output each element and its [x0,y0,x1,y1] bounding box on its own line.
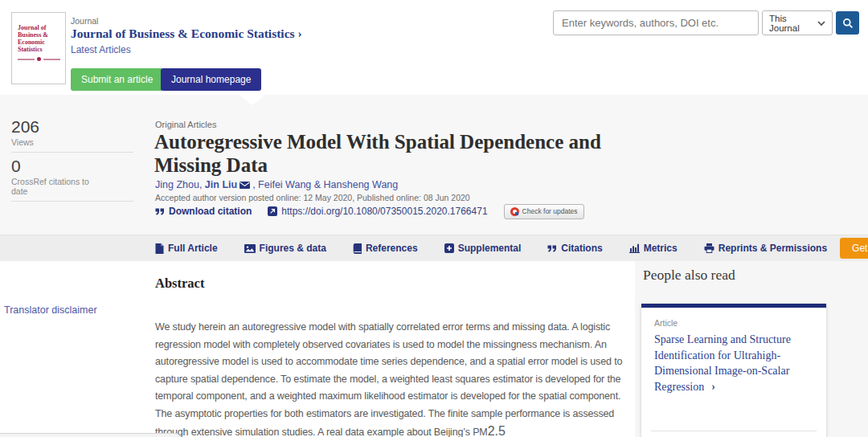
submit-article-button[interactable]: Submit an article [71,68,163,91]
people-also-read-heading: People also read [643,267,735,284]
abstract-heading: Abstract [155,276,204,292]
tab-label: Supplemental [458,243,522,254]
pm-subscript: 2.5 [488,424,506,437]
tab-label: References [366,243,418,254]
email-envelope-icon[interactable] [240,180,250,191]
citation-actions-row: Download citation https://doi.org/10.108… [155,203,584,219]
chevron-right-icon: › [711,381,715,393]
bar-chart-icon [629,243,640,253]
journal-title-text: Journal of Business & Economic Statistic… [71,27,295,40]
quote-icon [155,208,165,215]
tab-label: Citations [561,243,602,254]
abstract-body: We study herein an autoregressive model … [155,321,622,437]
search-scope-dropdown[interactable]: This Journal [762,10,833,35]
recommended-article-card[interactable]: Article Sparse Learning and Structure Id… [641,304,826,437]
recommended-article-category: Article [654,318,813,328]
journal-article-page: Journal of Business & Economic Statistic… [0,0,868,437]
crossref-label: CrossRef citations to date [11,177,101,196]
tab-label: Reprints & Permissions [719,243,827,254]
tab-label: Full Article [168,243,218,254]
download-citation-link[interactable]: Download citation [155,206,252,217]
header-pointer [240,95,265,105]
latest-articles-link[interactable]: Latest Articles [71,44,131,55]
author-link[interactable]: Jing Zhou, [155,179,205,190]
tab-citations[interactable]: Citations [547,243,602,254]
quote-icon [547,245,557,252]
tab-supplemental[interactable]: Supplemental [444,243,522,254]
external-link-icon [268,206,277,216]
journal-cover-thumbnail[interactable]: Journal of Business & Economic Statistic… [11,12,66,84]
cover-decoration [18,57,60,61]
corresponding-author-link[interactable]: Jin Liu [205,179,237,190]
article-category: Original Articles [155,120,216,129]
check-for-updates-button[interactable]: Check for updates [504,204,584,219]
divider [11,152,133,153]
tab-label: Metrics [644,243,678,254]
tab-figures-data[interactable]: Figures & data [244,243,326,254]
crossref-count: 0 [11,157,133,176]
author-link[interactable]: , Feifei Wang & Hansheng Wang [252,179,398,190]
printer-icon [704,243,714,253]
search-icon [842,18,854,29]
article-title: Autoregressive Model With Spatial Depend… [154,130,616,177]
site-header: Journal of Business & Economic Statistic… [0,0,868,95]
views-count: 206 [11,117,133,137]
divider [651,431,817,431]
author-list: Jing Zhou, Jin Liu, Feifei Wang & Hanshe… [155,179,398,191]
search-scope-value: This Journal [769,14,817,33]
book-icon [353,243,362,254]
tab-references[interactable]: References [353,243,418,254]
doi-url: https://doi.org/10.1080/07350015.2020.17… [281,206,487,217]
recommended-article-title: Sparse Learning and Structure Identifica… [654,333,791,393]
tab-list: Full Article Figures & data References S… [155,243,827,254]
recommended-article-link[interactable]: Sparse Learning and Structure Identifica… [654,332,813,394]
tab-full-article[interactable]: Full Article [155,243,218,254]
tab-reprints-permissions[interactable]: Reprints & Permissions [704,243,827,254]
check-for-updates-label: Check for updates [522,207,578,215]
journal-eyebrow-label: Journal [71,16,98,26]
search-input[interactable] [553,10,759,35]
divider [11,201,133,202]
download-citation-label: Download citation [169,206,252,217]
get-access-button[interactable]: Get access [840,238,868,259]
journal-title-link[interactable]: Journal of Business & Economic Statistic… [71,27,302,41]
article-metrics-panel: 206 Views 0 CrossRef citations to date [11,117,133,206]
doi-link[interactable]: https://doi.org/10.1080/07350015.2020.17… [268,206,487,217]
crossmark-icon [510,207,519,216]
plus-square-icon [444,243,454,253]
tab-metrics[interactable]: Metrics [629,243,678,254]
translator-disclaimer-link[interactable]: Translator disclaimer [4,304,97,316]
chevron-right-icon: › [298,27,302,40]
document-icon [155,243,164,254]
journal-homepage-button[interactable]: Journal homepage [161,68,261,91]
image-icon [244,244,256,253]
article-tab-bar: Full Article Figures & data References S… [0,235,868,261]
journal-cover-title: Journal of Business & Economic Statistic… [18,24,60,53]
publication-history: Accepted author version posted online: 1… [155,193,470,202]
search-button[interactable] [836,11,859,35]
tab-label: Figures & data [260,243,326,254]
chevron-down-icon [817,21,825,26]
abstract-text: We study herein an autoregressive model … [155,319,637,437]
views-label: Views [11,137,101,147]
cutoff-banner-edge [0,433,182,437]
